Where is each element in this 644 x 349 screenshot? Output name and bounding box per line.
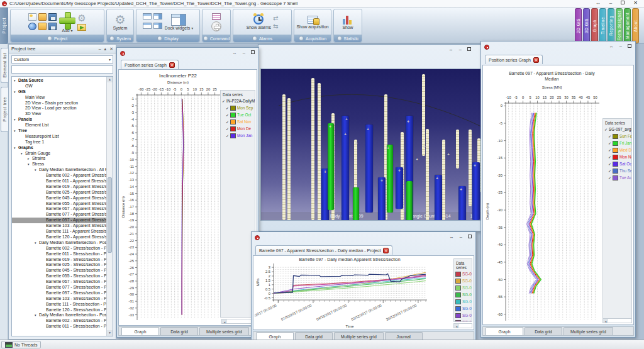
legend-item[interactable]: SG-097-04 xyxy=(454,291,472,298)
legend-item[interactable]: ✓Sat Oct 28 xyxy=(603,160,631,167)
tree-item[interactable]: Barrette 097 - Stress/section - Pos... xyxy=(12,291,106,296)
position-minimize-button[interactable]: – xyxy=(619,43,622,49)
3d-maximize-button[interactable] xyxy=(467,47,471,51)
panel-close-icon[interactable]: ✕ xyxy=(109,47,113,52)
timeseries-minimize-button[interactable]: – xyxy=(460,234,462,240)
tab-close-icon[interactable]: ✕ xyxy=(533,57,539,63)
tree-item[interactable]: ▸Strains xyxy=(12,156,106,162)
command-table-icon[interactable] xyxy=(212,13,221,20)
bottom-tab-graph[interactable]: Graph xyxy=(121,327,159,335)
legend-item[interactable]: SG-097-01 xyxy=(454,270,472,277)
tree-item[interactable]: 2D View - Strain per section xyxy=(12,101,106,106)
tree-item[interactable]: Barrette 002 - Stress/section - Pos... xyxy=(12,246,106,252)
tree-item[interactable]: GW xyxy=(12,84,106,89)
tab-position-series-graph[interactable]: Position series Graph ✕ xyxy=(485,55,543,64)
tree-item[interactable]: ▾Panels xyxy=(12,117,106,123)
ribbon-footer-display[interactable]: Display xyxy=(136,35,199,42)
tree-item[interactable]: Barrette 045 - Stress/section - Pos... xyxy=(12,268,106,274)
legend-item[interactable]: ✓Mon Jan xyxy=(221,132,255,139)
tree-item[interactable]: Barrette 025 - Stress/section - Pos... xyxy=(12,262,106,268)
tree-item[interactable]: Barrette 077 - Apparent Stress/se... xyxy=(12,212,106,218)
bottom-tab-data-grid[interactable]: Data grid xyxy=(525,327,562,335)
minimize-button[interactable]: – xyxy=(609,0,612,6)
save-project-icon[interactable] xyxy=(48,13,57,21)
legend-item[interactable]: SG-097-07 xyxy=(454,312,472,319)
timeseries-maximize-button[interactable] xyxy=(468,235,472,238)
tree-item[interactable]: ▾Daily Median /barrette/section - Positi… xyxy=(12,240,106,246)
tree-item[interactable]: Tag tree 1 xyxy=(12,140,106,145)
panel-minimize-icon[interactable]: – xyxy=(99,47,101,52)
save-as-icon[interactable] xyxy=(48,23,57,30)
maximize-button[interactable] xyxy=(621,1,625,4)
legend-item[interactable]: SG-097-08 xyxy=(454,319,472,322)
3d-minimize-button[interactable]: – xyxy=(459,47,462,52)
tree-item[interactable]: ▾Data Source xyxy=(12,78,106,84)
tree-item[interactable]: 3D View xyxy=(12,111,106,117)
legend-item[interactable]: ✓Sun Feb 2 xyxy=(603,133,631,140)
tree-item[interactable]: ▾GIS xyxy=(12,89,106,95)
add-command-icon[interactable] xyxy=(211,21,221,31)
layout-split-icon[interactable] xyxy=(153,13,162,19)
ribbon-footer-command[interactable]: Command xyxy=(203,35,230,42)
tree-item[interactable]: Barrette 055 - Apparent Stress/se... xyxy=(12,201,106,207)
restore-width-icon[interactable]: ↔ xyxy=(596,0,601,6)
tree-item[interactable]: Barrette 077 - Stress/section - Pos... xyxy=(12,285,106,291)
tree-item[interactable]: Barrette 011 - Stress/section - Pos... xyxy=(12,324,106,330)
tree-item[interactable]: Measurepoint List xyxy=(12,134,106,140)
tree-item[interactable]: Barrette 019 - Apparent Stress/se... xyxy=(12,184,106,190)
tree-item[interactable]: Barrette 120 - Apparent Stress/se... xyxy=(12,235,106,240)
tree-item[interactable]: Barrette 120 - Stress/section - Pos... xyxy=(12,307,106,313)
scroll-down-icon[interactable]: ▼ xyxy=(107,330,113,336)
tree-item[interactable]: Barrette 011 - Apparent Stress/se... xyxy=(12,179,106,184)
tree-item[interactable]: ▾Strain Gauge xyxy=(12,151,106,157)
inclino-restore-width-icon[interactable]: ↔ xyxy=(232,50,237,55)
ribbon-footer-statistic[interactable]: Statistic xyxy=(334,35,362,42)
tree-item[interactable]: Element List xyxy=(12,123,106,128)
tree-item[interactable]: ▾Graphs xyxy=(12,145,106,151)
legend-item[interactable]: ✓Wed Dec 2 xyxy=(603,147,631,153)
legend-item[interactable]: ✓Mon Nov 2 xyxy=(603,153,631,160)
tree-item[interactable]: Barrette 002 - Stress/section - Pos... xyxy=(12,318,106,324)
bottom-tab-data-grid[interactable]: Data grid xyxy=(160,327,198,335)
layout-grid-icon[interactable] xyxy=(153,23,162,29)
run-icon[interactable] xyxy=(77,24,86,31)
ribbon-footer-alarms[interactable]: Alarms xyxy=(233,35,291,42)
module-tab-about[interactable]: About xyxy=(632,8,639,43)
tree-item[interactable]: ▾Daily Median /barrette/section - All Pr… xyxy=(12,167,106,173)
legend-item[interactable]: ✓Sat Nov xyxy=(221,118,255,125)
timeseries-legend-scrollbar[interactable]: ◂ xyxy=(453,323,472,328)
tree-item[interactable]: Barrette 103 - Apparent Stress/se... xyxy=(12,223,106,229)
inclino-minimize-button[interactable]: – xyxy=(243,50,245,55)
legend-item[interactable]: ✓Tue Oct xyxy=(221,111,255,118)
tree-item[interactable]: Barrette 067 - Stress/section - Pos... xyxy=(12,279,106,285)
ribbon-tab-project[interactable]: Project xyxy=(0,8,8,44)
settings-gear-icon[interactable]: ⚙ xyxy=(77,13,86,23)
tree-item[interactable]: Barrette 019 - Stress/section - Pos... xyxy=(12,257,106,263)
module-tab-timeline[interactable]: Timeline xyxy=(599,8,606,43)
inclino-titlebar[interactable]: ↔ – xyxy=(117,48,258,58)
inclino-maximize-button[interactable] xyxy=(251,50,255,54)
edge-tab-element-list[interactable]: Element list xyxy=(1,48,8,83)
3d-viewport[interactable]: Body Count : 809 Triangle Count : 53414 … xyxy=(260,69,482,221)
tree-item[interactable]: Barrette 002 - Apparent Stress/se... xyxy=(12,173,106,179)
forward-alarm-icon[interactable]: ⇄ xyxy=(273,15,278,21)
layout-rows-icon[interactable] xyxy=(143,23,152,29)
close-button[interactable]: ✕ xyxy=(633,0,638,6)
module-tab-2d-gis[interactable]: 2D GIS xyxy=(575,8,582,43)
tree-item[interactable]: Barrette 103 - Stress/section - Pos... xyxy=(12,296,106,302)
tree-item[interactable]: Barrette 011 - Stress/section - Pos... xyxy=(12,252,106,257)
position-restore-width-icon[interactable]: ↔ xyxy=(609,43,614,49)
position-titlebar[interactable]: ↔ – xyxy=(481,42,635,53)
tree-item[interactable]: Barrette 025 - Apparent Stress/se... xyxy=(12,190,106,196)
module-tab-graph[interactable]: Graph xyxy=(591,8,598,43)
threads-button[interactable]: No Threads xyxy=(1,341,41,348)
scroll-left-icon[interactable]: ◂ xyxy=(603,319,608,323)
dock-widgets-button[interactable]: Dock widgets ▾ xyxy=(165,14,193,30)
layout-single-icon[interactable] xyxy=(143,13,152,19)
open-project-icon[interactable] xyxy=(38,13,47,21)
inclino-legend-scrollbar[interactable]: ◂ xyxy=(221,319,255,324)
bottom-tab-multiple-series-grid[interactable]: Multiple series grid xyxy=(199,327,249,335)
tree-scrollbar[interactable]: ▲ ▼ xyxy=(106,77,113,336)
tab-position-series-graph[interactable]: Position series Graph ✕ xyxy=(121,60,179,69)
panel-pin-icon[interactable]: ▴ xyxy=(104,47,107,52)
